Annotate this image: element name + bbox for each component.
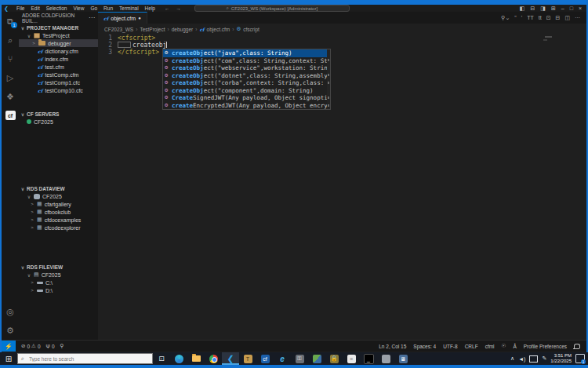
profile-preferences[interactable]: Profile Preferences [524,344,567,349]
tree-item-project[interactable]: ∨ TestProject [19,31,98,39]
tree-item-database[interactable]: > ▦ cfbookclub [19,208,98,216]
tomcat-icon[interactable]: T [239,352,256,365]
tree-item-cf-server[interactable]: CF2025 [19,118,98,126]
toggle-secondary-sidebar-icon[interactable]: ◨ [540,5,546,12]
eol-sequence[interactable]: CRLF [465,344,478,349]
tray-expand-icon[interactable]: ∧ [510,355,514,362]
suggest-item[interactable]: ⚙createObject("corba",context: String,cl… [163,79,330,87]
tree-item-file[interactable]: cf dictionary.cfm [19,47,98,55]
code-line-2[interactable]: 2 createobj [98,42,586,49]
edge-icon[interactable] [170,352,187,365]
photo-viewer-icon[interactable] [308,352,325,365]
chrome-icon[interactable] [205,352,222,365]
start-button[interactable]: ⊞ [0,352,17,365]
customize-layout-icon[interactable]: ⊞ [551,5,556,12]
network-icon[interactable] [529,355,538,363]
section-cf-servers[interactable]: ∨ CF SERVERS [19,110,98,118]
split-editor-icon[interactable]: ◫ [564,15,570,21]
indentation[interactable]: Spaces: 4 [413,344,436,349]
tree-item-file[interactable]: cf testComp.cfm [19,71,98,78]
tree-item-rds-file-server[interactable]: ∨ ▤ CF2025 [19,271,98,279]
suggest-item[interactable]: ⚙createObject("dotnet",class: String,ass… [163,72,330,80]
more-actions-icon[interactable]: ⋯ [89,14,95,21]
more-actions-icon[interactable]: ⋯ [575,15,580,21]
taskbar-clock[interactable]: 3:51 PM 1/22/2025 [550,353,572,364]
coldfusion-extension-icon[interactable]: cf [2,106,19,125]
file-explorer-icon[interactable] [187,352,205,365]
tree-item-database[interactable]: > ▦ cfcodeexplorer [19,224,98,231]
maximize-icon[interactable]: □ [570,5,573,11]
tree-item-rds-server[interactable]: ∨ CF2025 [19,192,98,200]
vscode-taskbar-icon[interactable]: ❮ [222,352,239,365]
remote-indicator[interactable]: ⚡ [2,341,16,352]
accessibility-icon[interactable]: Å [513,344,516,349]
suggest-item[interactable]: ⚙createEncryptedJWT(Any payload, Object … [163,102,330,110]
preview-icon[interactable]: ⊡ [546,15,551,21]
menu-edit[interactable]: Edit [27,5,42,11]
run-tool-icon[interactable]: ⚲⌄ [501,15,510,21]
code-area[interactable]: 1 <cfscript> 2 createobj 3 </cfscript> ⚙… [98,35,586,340]
tree-item-file[interactable]: cf testComp1.cfc [19,78,98,86]
ie-icon[interactable]: e [274,352,291,365]
explorer-icon[interactable]: ⧉ 1 [2,12,19,31]
notification-center-icon[interactable] [575,354,585,363]
lowercase-icon[interactable]: tt [539,15,542,20]
suggest-item[interactable]: ⚙createObject("com",class: String,contex… [163,57,330,65]
tree-item-database[interactable]: > ▦ cfdocexamples [19,216,98,224]
cmd-icon[interactable]: _ [360,352,377,365]
tool-indicator[interactable]: ⚲ [60,343,64,349]
code-line-1[interactable]: 1 <cfscript> [98,35,586,42]
single-quote-icon[interactable]: ' [521,15,522,20]
admin-keys-icon[interactable]: ⚿ [291,352,308,365]
taskbar-search[interactable]: ⌕ [17,353,153,364]
settings-gear-icon[interactable]: ⚙ [2,321,19,340]
window-app-icon[interactable] [377,352,394,365]
run-debug-icon[interactable]: ▷ [2,68,19,87]
tree-item-drive[interactable]: > D:\ [19,286,98,294]
menu-view[interactable]: View [70,5,87,11]
tree-item-debugger[interactable]: > debugger [19,39,98,47]
suggest-item[interactable]: ⚙createObject("webservice",workstation: … [163,64,330,72]
command-center-search[interactable]: ⌕ CF2023_WS (Workspace) [Administrator] [194,5,350,12]
breadcrumb-folder[interactable]: debugger [172,27,193,32]
menu-terminal[interactable]: Terminal [116,5,142,11]
breadcrumb-symbol[interactable]: cfscript [243,27,260,32]
search-view-icon[interactable]: ⌕ [2,31,19,49]
toggle-sidebar-icon[interactable]: ◧ [520,5,525,12]
language-mode[interactable]: cfml [485,344,495,349]
breadcrumb-file[interactable]: object.cfm [207,27,230,32]
suggest-scrollbar[interactable] [327,49,330,109]
task-view-button[interactable]: ⊡ [153,352,170,365]
modified-dot-icon[interactable]: ● [138,16,141,20]
suggest-item[interactable]: ⚙createObject("java",class: String) [163,49,330,57]
notifications-bell-icon[interactable] [574,344,580,348]
volume-icon[interactable]: ◄) [518,356,525,362]
close-icon[interactable]: × [579,5,582,11]
menu-selection[interactable]: Selection [43,5,71,11]
suggest-item[interactable]: ⚙CreateSignedJWT(Any payload, Object sig… [163,94,330,102]
security-lock-icon[interactable]: 🔒 [325,352,343,365]
problems-indicator[interactable]: ⊘ 0 ⚠ 0 [21,343,41,349]
tree-item-file[interactable]: cf index.cfm [19,55,98,63]
tree-item-file[interactable]: cf testComp10.cfc [19,86,98,94]
pen-icon[interactable]: ✎ [542,355,546,362]
minimap[interactable] [545,36,552,38]
account-icon[interactable]: ◎ [2,302,19,321]
tree-item-drive[interactable]: > C:\ [19,279,98,286]
tree-item-file[interactable]: cf test.cfm [19,63,98,71]
cursor-position[interactable]: Ln 2, Col 15 [379,344,406,349]
menu-run[interactable]: Run [100,5,116,11]
notepad-icon[interactable]: ≡ [343,352,360,365]
section-rds-fileview[interactable]: ∨ RDS FILEVIEW [19,263,98,271]
suggest-item[interactable]: ⚙createObject("component",domain: String… [163,87,330,95]
toggle-panel-icon[interactable]: ⊟ [530,5,535,12]
extensions-icon[interactable]: ❖ [2,87,19,106]
section-rds-dataview[interactable]: ∨ RDS DATAVIEW [19,184,98,192]
menu-go[interactable]: Go [87,5,100,11]
uppercase-icon[interactable]: TT [527,15,534,20]
network-computer-icon[interactable]: 🖥 [394,352,412,365]
minimize-icon[interactable]: – [561,5,564,11]
circle-icon[interactable]: ☉ [502,343,506,349]
breadcrumb-project[interactable]: TestProject [140,27,165,32]
nav-back-forward-icons[interactable]: ← → [165,5,183,11]
